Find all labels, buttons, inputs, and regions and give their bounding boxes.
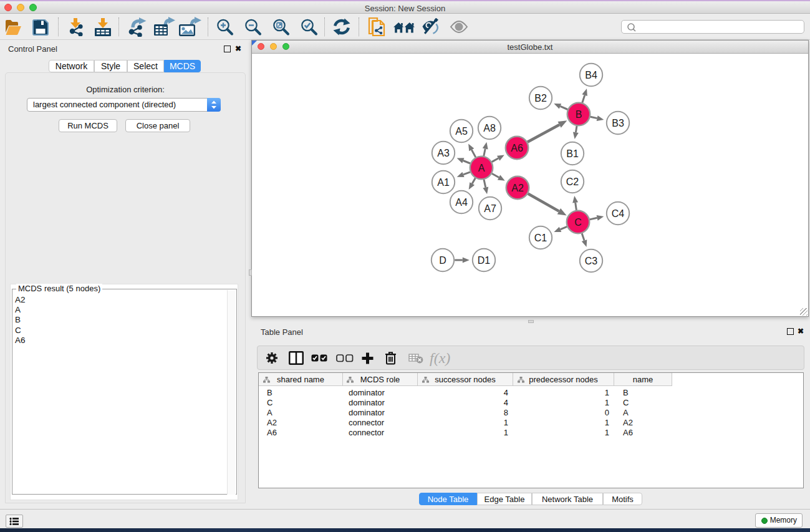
svg-text:A5: A5 [455, 126, 468, 137]
svg-text:D: D [439, 255, 446, 266]
svg-text:C2: C2 [566, 177, 579, 187]
svg-text:A8: A8 [483, 123, 496, 133]
svg-text:B2: B2 [534, 93, 547, 104]
svg-text:C1: C1 [534, 233, 547, 243]
svg-text:B4: B4 [585, 70, 597, 80]
svg-text:A3: A3 [437, 148, 450, 158]
svg-text:A2: A2 [511, 183, 524, 193]
svg-text:B1: B1 [566, 148, 579, 159]
svg-text:A1: A1 [437, 177, 450, 188]
svg-text:C: C [574, 217, 582, 228]
svg-text:A: A [478, 163, 485, 173]
svg-text:B: B [576, 109, 582, 120]
svg-text:C4: C4 [612, 208, 625, 219]
svg-text:B3: B3 [612, 118, 624, 128]
svg-text:A4: A4 [455, 197, 468, 208]
svg-text:D1: D1 [478, 255, 491, 266]
svg-text:A6: A6 [511, 143, 523, 153]
svg-text:A7: A7 [484, 203, 496, 214]
svg-text:C3: C3 [585, 256, 598, 266]
